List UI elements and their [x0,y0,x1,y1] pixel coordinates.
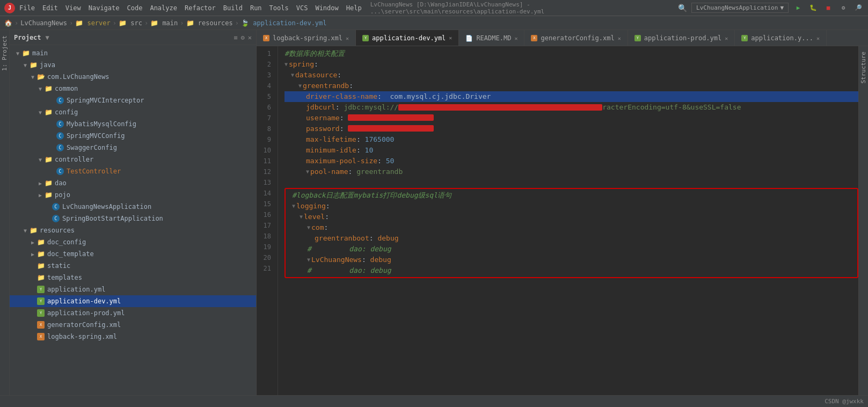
tree-item-common[interactable]: ▼ 📁 common [10,83,256,95]
tree-item-config[interactable]: ▼ 📁 config [10,106,256,118]
expand-arrow: ▼ [21,227,29,234]
menu-tools[interactable]: Tools [269,4,289,12]
menu-build[interactable]: Build [223,4,243,12]
tab-readme[interactable]: 📄 README.MD ✕ [459,30,524,46]
tree-item-com[interactable]: ▼ 📂 com.LvChuangNews [10,71,256,83]
editor-tabs: X logback-spring.xml ✕ Y application-dev… [257,30,868,46]
tab-app[interactable]: Y application.y... ✕ [735,30,827,46]
close-panel-icon[interactable]: ✕ [248,34,252,41]
tab-close-icon[interactable]: ✕ [346,35,349,41]
breadcrumb-project[interactable]: LvChuangNews [20,19,67,27]
debug-button[interactable]: 🐛 [808,3,819,13]
tab-close-icon[interactable]: ✕ [725,35,728,41]
settings-icon[interactable]: ⚙ [838,3,849,13]
expand-arrow: ▶ [37,191,44,199]
settings-icon[interactable]: ⚙ [241,34,245,41]
breadcrumb-lvchuangnews[interactable]: 🏠 [4,19,12,27]
status-text: CSDN @jwxkk [825,398,864,405]
breadcrumb-server[interactable]: 📁 server [75,19,111,27]
menu-code[interactable]: Code [127,4,143,12]
menu-edit[interactable]: Edit [42,4,58,12]
tree-item-generator-xml[interactable]: ▶ X generatorConfig.xml [10,319,256,331]
toolbar-right: 🔍 LvChuangNewsApplication ▼ ▶ 🐛 ■ ⚙ 🔎 [678,3,864,13]
tree-item-application-prod-yml[interactable]: ▶ Y application-prod.yml [10,307,256,319]
code-text: # dao: debug [307,265,391,276]
code-value: 10 [365,145,374,156]
project-tab[interactable]: 1: Project [0,32,9,74]
tab-appprod[interactable]: Y application-prod.yml ✕ [628,30,735,46]
code-line-1: #数据库的相关配置 [285,48,858,59]
fold-arrow[interactable]: ▼ [300,212,303,222]
menu-bar[interactable]: File Edit View Navigate Code Analyze Ref… [19,4,362,12]
tree-item-pojo[interactable]: ▶ 📁 pojo [10,189,256,201]
code-line-15: ▼ logging: [286,201,857,212]
menu-file[interactable]: File [19,4,35,12]
tree-item-application-dev-yml[interactable]: ▶ Y application-dev.yml [10,295,256,307]
tab-close-icon[interactable]: ✕ [449,35,452,41]
tree-item-swaggerconfig[interactable]: ▶ C SwaggerConfig [10,142,256,154]
tab-close-icon[interactable]: ✕ [514,35,517,41]
tab-close-icon[interactable]: ✕ [816,35,820,41]
code-value: com.mysql.cj.jdbc.Driver [390,91,491,102]
breadcrumb-file[interactable]: 🍃 application-dev.yml [241,19,327,27]
code-line-6: jdbcurl: jdbc:mysql:// racterEncoding=ut… [285,102,858,113]
tree-label: resources [40,227,75,234]
tree-item-dao[interactable]: ▶ 📁 dao [10,177,256,189]
collapse-all-icon[interactable]: ≡ [234,34,237,41]
project-title: Project [14,34,41,41]
menu-navigate[interactable]: Navigate [89,4,120,12]
tab-close-icon[interactable]: ✕ [618,35,621,41]
structure-tab[interactable]: Structure [859,48,868,87]
breadcrumb-resources[interactable]: 📁 resources [186,19,233,27]
tree-item-logback-xml[interactable]: ▶ X logback-spring.xml [10,331,256,343]
menu-window[interactable]: Window [315,4,338,12]
tree-item-lvchuangnewsapp[interactable]: ▶ C LvChuangNewsApplication [10,201,256,213]
line-num-18: 18 [257,231,275,242]
tree-item-testcontroller[interactable]: ▶ C TestController [10,165,256,177]
menu-refactor[interactable]: Refactor [185,4,216,12]
code-value: debug [370,255,391,265]
tree-item-doc-template[interactable]: ▶ 📁 doc_template [10,248,256,260]
redact-jdbcurl [398,104,602,111]
menu-run[interactable]: Run [250,4,262,12]
tab-generator[interactable]: X generatorConfig.xml ✕ [524,30,628,46]
tree-item-application-yml[interactable]: ▶ Y application.yml [10,284,256,295]
tree-item-java[interactable]: ▼ 📁 java [10,59,256,71]
fold-arrow[interactable]: ▼ [291,70,294,81]
breadcrumb-main[interactable]: 📁 main [150,19,178,27]
tree-item-doc-config[interactable]: ▶ 📁 doc_config [10,236,256,248]
tab-logback[interactable]: X logback-spring.xml ✕ [257,30,356,46]
run-config-selector[interactable]: LvChuangNewsApplication ▼ [691,3,789,13]
search-everywhere-icon[interactable]: 🔍 [678,4,687,12]
tree-item-static[interactable]: ▶ 📁 static [10,260,256,272]
run-config-label: LvChuangNewsApplication [696,4,778,11]
fold-arrow[interactable]: ▼ [292,201,295,212]
menu-analyze[interactable]: Analyze [150,4,177,12]
tree-item-controller[interactable]: ▼ 📁 controller [10,154,256,165]
fold-arrow[interactable]: ▼ [306,166,309,177]
search-icon[interactable]: 🔎 [853,3,864,13]
code-editor[interactable]: #数据库的相关配置 ▼ spring: ▼ datasource: ▼ gree… [278,46,858,407]
tree-item-main[interactable]: ▼ 📁 main [10,47,256,59]
tree-item-springbootapp[interactable]: ▶ C SpringBootStartApplication [10,213,256,224]
stop-button[interactable]: ■ [823,3,834,13]
tree-item-springmvcinterceptor[interactable]: ▶ C SpringMVCInterceptor [10,95,256,106]
fold-arrow[interactable]: ▼ [285,59,288,70]
run-button[interactable]: ▶ [793,3,804,13]
fold-arrow[interactable]: ▼ [307,222,310,233]
tree-item-mybatisconfig[interactable]: ▶ C MybatisMysqlConfig [10,118,256,130]
line-num-2: 2 [257,59,275,70]
tree-item-springmvcconfig[interactable]: ▶ C SpringMVCConfig [10,130,256,142]
fold-arrow[interactable]: ▼ [307,255,310,265]
menu-vcs[interactable]: VCS [296,4,308,12]
menu-view[interactable]: View [65,4,81,12]
annotation-box: #logback日志配置mybatis打印debug级sql语句 ▼ loggi… [285,188,858,278]
tab-appdev[interactable]: Y application-dev.yml ✕ [356,30,459,46]
fold-arrow[interactable]: ▼ [298,81,302,91]
yml-icon: Y [37,285,45,294]
tree-item-resources[interactable]: ▼ 📁 resources [10,224,256,236]
breadcrumb-src[interactable]: 📁 src [119,19,142,27]
tree-item-templates[interactable]: ▶ 📁 templates [10,272,256,284]
menu-help[interactable]: Help [346,4,362,12]
project-dropdown[interactable]: ▼ [46,34,49,41]
